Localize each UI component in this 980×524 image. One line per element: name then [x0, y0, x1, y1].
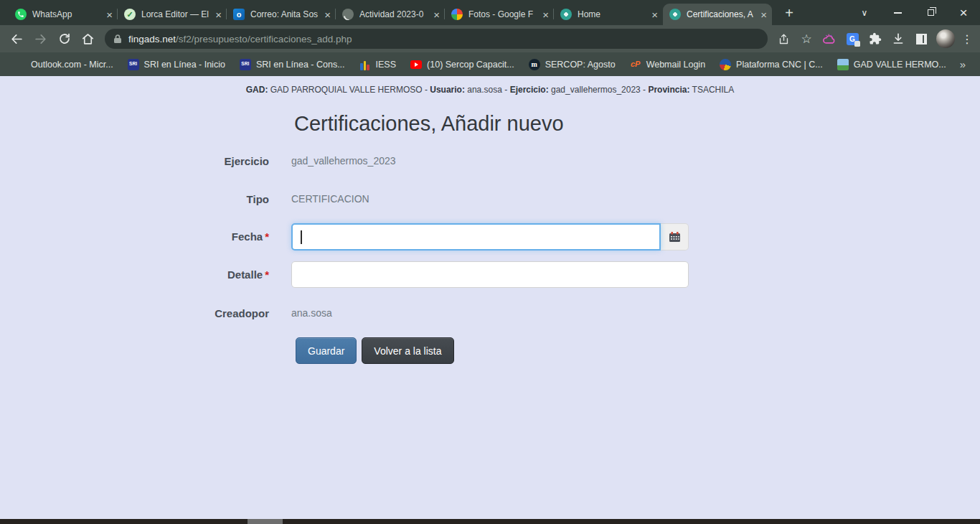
restore-button[interactable] [914, 0, 947, 25]
bookmark-label: (10) Sercop Capacit... [427, 60, 514, 70]
tab-actividad[interactable]: Actividad 2023-0 × [336, 4, 445, 25]
youtube-icon [410, 60, 422, 69]
tab-google-photos[interactable]: Fotos - Google F × [445, 4, 554, 25]
tab-strip: WhatsApp × ✓ Lorca Editor — El × o Corre… [0, 0, 980, 25]
usuario-label: Usuario: [430, 85, 465, 95]
browser-window: WhatsApp × ✓ Lorca Editor — El × o Corre… [0, 0, 980, 524]
fecha-input-group [291, 223, 689, 251]
calendar-picker-button[interactable] [661, 223, 689, 251]
cnc-icon [720, 59, 731, 70]
tab-title: Lorca Editor — El [141, 9, 212, 19]
tab-title: Actividad 2023-0 [359, 9, 430, 19]
forward-button[interactable] [29, 27, 52, 51]
volver-a-la-lista-button[interactable]: Volver a la lista [362, 337, 453, 364]
gad-value: GAD PARROQUIAL VALLE HERMOSO [268, 85, 422, 95]
detalle-label-text: Detalle [227, 268, 263, 281]
gad-label: GAD: [246, 85, 268, 95]
puzzle-icon [869, 32, 882, 45]
cpanel-icon: cP [630, 59, 641, 70]
tab-close-icon[interactable]: × [106, 9, 113, 20]
lock-icon [113, 34, 122, 44]
downloads-button[interactable] [887, 28, 909, 50]
bookmark-sri-inicio[interactable]: SRI SRI en Línea - Inicio [121, 56, 232, 73]
side-panel-button[interactable] [910, 28, 932, 50]
required-asterisk: * [265, 230, 269, 243]
sri-icon: SRI [128, 59, 139, 70]
address-bar[interactable]: fingads.net/sf2/presupuesto/certificacio… [105, 29, 768, 49]
browser-toolbar: fingads.net/sf2/presupuesto/certificacio… [0, 25, 980, 52]
ejercicio-label: Ejercicio: [510, 85, 549, 95]
tab-search-chevron-icon[interactable]: ∨ [848, 0, 881, 25]
google-photos-icon [451, 9, 463, 20]
home-button[interactable] [76, 27, 100, 51]
fingads-gear-icon [669, 9, 681, 20]
bookmark-plataforma-cnc[interactable]: Plataforma CNC | C... [712, 56, 830, 73]
whatsapp-icon [15, 9, 27, 20]
toolbar-actions: ☆ G ⋮ [773, 28, 975, 50]
sri-icon: SRI [240, 59, 251, 70]
bookmark-webmail[interactable]: cP Webmail Login [623, 56, 712, 73]
google-translate-icon: G [847, 33, 859, 45]
tab-close-icon[interactable]: × [651, 9, 658, 20]
home-icon [81, 32, 95, 46]
minimize-button[interactable] [881, 0, 914, 25]
reload-button[interactable] [52, 27, 76, 51]
forward-icon [34, 32, 47, 46]
restore-icon [928, 9, 934, 16]
landscape-icon [837, 59, 849, 70]
separator: - [423, 85, 430, 95]
tab-close-icon[interactable]: × [324, 9, 331, 20]
browser-menu-button[interactable]: ⋮ [959, 32, 975, 46]
fecha-input[interactable] [291, 223, 661, 251]
tabs-container: WhatsApp × ✓ Lorca Editor — El × o Corre… [9, 3, 799, 25]
extensions-button[interactable] [864, 28, 886, 50]
bookmark-iess[interactable]: IESS [352, 56, 404, 73]
site-context-header: GAD: GAD PARROQUIAL VALLE HERMOSO - Usua… [0, 85, 980, 95]
url-domain: fingads.net [128, 34, 176, 45]
profile-avatar[interactable] [936, 29, 955, 48]
provincia-label: Provincia: [648, 85, 689, 95]
url-text: fingads.net/sf2/presupuesto/certificacio… [128, 34, 352, 45]
moodle-icon: m [529, 59, 540, 70]
bookmarks-bar: Outlook.com - Micr... SRI SRI en Línea -… [0, 52, 980, 76]
side-panel-icon [916, 34, 927, 45]
translate-extension-button[interactable]: G [842, 28, 863, 50]
bookmark-label: Outlook.com - Micr... [31, 60, 113, 70]
bookmarks-overflow-chevron[interactable]: » [960, 58, 973, 70]
tab-correo-outlook[interactable]: o Correo: Anita Sos × [227, 4, 336, 25]
separator: - [502, 85, 510, 95]
tab-close-icon[interactable]: × [433, 9, 440, 20]
detalle-label: Detalle* [0, 268, 269, 281]
tab-close-icon[interactable]: × [542, 9, 549, 20]
url-path: /sf2/presupuesto/certificaciones_add.php [176, 34, 352, 45]
ejercicio-label: Ejercicio [0, 155, 269, 167]
tab-title: Certificaciones, A [687, 9, 757, 19]
bookmark-sercop-youtube[interactable]: (10) Sercop Capacit... [403, 56, 522, 73]
bookmark-sercop-agosto[interactable]: m SERCOP: Agosto [522, 56, 623, 73]
tab-certificaciones-active[interactable]: Certificaciones, A × [663, 4, 772, 25]
window-close-button[interactable]: × [947, 0, 980, 25]
tab-lorca-editor[interactable]: ✓ Lorca Editor — El × [118, 4, 227, 25]
bookmark-outlook[interactable]: Outlook.com - Micr... [7, 56, 121, 73]
detalle-input[interactable] [291, 261, 689, 288]
bookmark-label: GAD VALLE HERMO... [854, 60, 946, 70]
page-content: GAD: GAD PARROQUIAL VALLE HERMOSO - Usua… [0, 76, 980, 519]
minimize-icon [894, 12, 902, 14]
bookmark-star-button[interactable]: ☆ [796, 28, 817, 50]
tipo-value: CERTIFICACION [291, 193, 369, 205]
tab-whatsapp[interactable]: WhatsApp × [9, 4, 118, 25]
tab-close-icon[interactable]: × [760, 9, 767, 20]
cloud-extension-button[interactable] [819, 28, 840, 50]
bookmark-gad-valle-hermoso[interactable]: GAD VALLE HERMO... [830, 56, 953, 73]
share-button[interactable] [773, 28, 794, 50]
outlook-icon: o [233, 9, 245, 20]
guardar-button[interactable]: Guardar [296, 337, 357, 364]
tab-close-icon[interactable]: × [215, 9, 222, 20]
fecha-label: Fecha* [0, 230, 269, 243]
new-tab-button[interactable]: + [779, 3, 799, 23]
back-button[interactable] [5, 27, 29, 51]
download-icon [892, 32, 905, 45]
bookmark-sri-consultas[interactable]: SRI SRI en Línea - Cons... [232, 56, 352, 73]
text-cursor [301, 230, 302, 244]
tab-home[interactable]: Home × [554, 4, 663, 25]
